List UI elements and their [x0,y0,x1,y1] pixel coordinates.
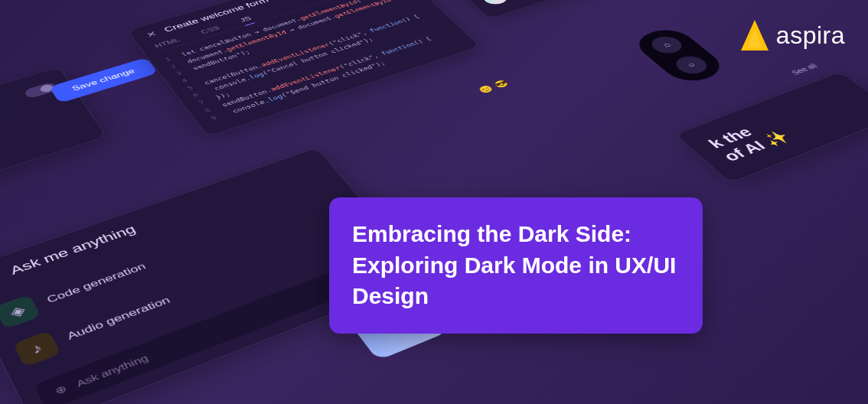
hero-title-card: Embracing the Dark Side: Exploring Dark … [329,197,703,334]
ask-placeholder: Ask anything [74,352,150,388]
unlock-text: k the of AI ✨ [704,87,868,165]
see-all-link[interactable]: See all [789,62,819,76]
code-gen-icon: ◈ [0,295,41,330]
tab-html[interactable]: HTML [153,37,181,49]
tab-css[interactable]: CSS [199,24,221,35]
code-editor-panel: ✕ Create welcome form HTML CSS JS 1let c… [127,0,481,137]
unlock-panel: See all k the of AI ✨ [674,71,868,183]
logo-mark-icon [741,20,768,50]
audio-gen-icon: ♪ [13,331,61,367]
emoji-icon[interactable]: 😎 [492,79,511,90]
reaction-row: 😊 😎 [476,79,511,95]
logo-text: aspira [776,21,845,50]
home-icon[interactable]: ⌂ [646,34,687,57]
back-arrow-icon[interactable]: ← [0,270,2,288]
plus-icon[interactable]: ⊕ [53,383,69,397]
emoji-icon[interactable]: 😊 [476,84,495,95]
brand-logo[interactable]: aspira [741,20,845,50]
avatar [479,0,511,6]
pill-icon-2[interactable]: ○ [671,54,713,77]
save-button[interactable]: Save change [49,57,158,103]
floating-toolbar: ⌂ ○ [628,24,730,86]
member-row[interactable]: Chaim [477,0,631,9]
close-icon[interactable]: ✕ [144,29,158,39]
settings-panel: 💬 Show team chats ✓ Marked done 🗄 Archiv… [0,67,106,217]
tab-js[interactable]: JS [238,15,255,26]
